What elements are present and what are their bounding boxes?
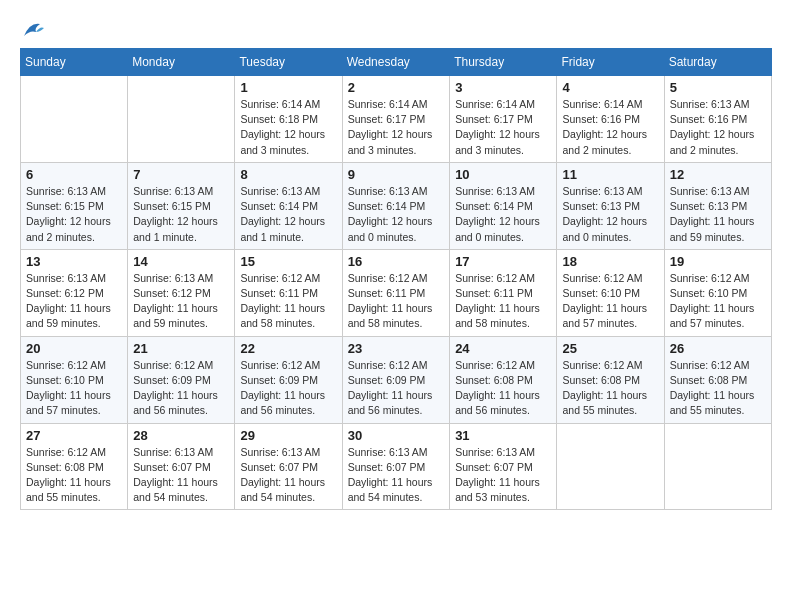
calendar-cell: 11Sunrise: 6:13 AM Sunset: 6:13 PM Dayli…: [557, 162, 664, 249]
day-info: Sunrise: 6:12 AM Sunset: 6:09 PM Dayligh…: [133, 358, 229, 419]
calendar-cell: 7Sunrise: 6:13 AM Sunset: 6:15 PM Daylig…: [128, 162, 235, 249]
day-number: 13: [26, 254, 122, 269]
calendar-cell: 24Sunrise: 6:12 AM Sunset: 6:08 PM Dayli…: [450, 336, 557, 423]
day-number: 15: [240, 254, 336, 269]
calendar-week-row: 13Sunrise: 6:13 AM Sunset: 6:12 PM Dayli…: [21, 249, 772, 336]
day-number: 24: [455, 341, 551, 356]
calendar-cell: 30Sunrise: 6:13 AM Sunset: 6:07 PM Dayli…: [342, 423, 449, 510]
calendar-cell: 21Sunrise: 6:12 AM Sunset: 6:09 PM Dayli…: [128, 336, 235, 423]
day-number: 20: [26, 341, 122, 356]
calendar-week-row: 27Sunrise: 6:12 AM Sunset: 6:08 PM Dayli…: [21, 423, 772, 510]
day-info: Sunrise: 6:13 AM Sunset: 6:13 PM Dayligh…: [562, 184, 658, 245]
weekday-header-thursday: Thursday: [450, 49, 557, 76]
day-info: Sunrise: 6:12 AM Sunset: 6:10 PM Dayligh…: [26, 358, 122, 419]
day-info: Sunrise: 6:13 AM Sunset: 6:07 PM Dayligh…: [348, 445, 444, 506]
weekday-header-wednesday: Wednesday: [342, 49, 449, 76]
day-info: Sunrise: 6:13 AM Sunset: 6:15 PM Dayligh…: [26, 184, 122, 245]
day-number: 7: [133, 167, 229, 182]
calendar-cell: 8Sunrise: 6:13 AM Sunset: 6:14 PM Daylig…: [235, 162, 342, 249]
calendar-cell: [21, 76, 128, 163]
calendar-header-row: SundayMondayTuesdayWednesdayThursdayFrid…: [21, 49, 772, 76]
day-info: Sunrise: 6:13 AM Sunset: 6:07 PM Dayligh…: [133, 445, 229, 506]
day-number: 12: [670, 167, 766, 182]
day-number: 8: [240, 167, 336, 182]
calendar-week-row: 20Sunrise: 6:12 AM Sunset: 6:10 PM Dayli…: [21, 336, 772, 423]
weekday-header-sunday: Sunday: [21, 49, 128, 76]
day-number: 17: [455, 254, 551, 269]
calendar-cell: 27Sunrise: 6:12 AM Sunset: 6:08 PM Dayli…: [21, 423, 128, 510]
day-number: 21: [133, 341, 229, 356]
day-number: 5: [670, 80, 766, 95]
calendar-cell: 10Sunrise: 6:13 AM Sunset: 6:14 PM Dayli…: [450, 162, 557, 249]
day-number: 30: [348, 428, 444, 443]
page-header: [20, 20, 772, 38]
day-info: Sunrise: 6:14 AM Sunset: 6:18 PM Dayligh…: [240, 97, 336, 158]
day-number: 1: [240, 80, 336, 95]
day-info: Sunrise: 6:12 AM Sunset: 6:09 PM Dayligh…: [240, 358, 336, 419]
calendar-cell: 23Sunrise: 6:12 AM Sunset: 6:09 PM Dayli…: [342, 336, 449, 423]
calendar-cell: 29Sunrise: 6:13 AM Sunset: 6:07 PM Dayli…: [235, 423, 342, 510]
calendar-cell: [557, 423, 664, 510]
logo: [20, 20, 44, 38]
day-info: Sunrise: 6:13 AM Sunset: 6:12 PM Dayligh…: [133, 271, 229, 332]
day-info: Sunrise: 6:12 AM Sunset: 6:11 PM Dayligh…: [348, 271, 444, 332]
calendar-cell: [128, 76, 235, 163]
day-number: 4: [562, 80, 658, 95]
day-number: 9: [348, 167, 444, 182]
day-info: Sunrise: 6:13 AM Sunset: 6:14 PM Dayligh…: [348, 184, 444, 245]
calendar-cell: 13Sunrise: 6:13 AM Sunset: 6:12 PM Dayli…: [21, 249, 128, 336]
day-info: Sunrise: 6:12 AM Sunset: 6:08 PM Dayligh…: [26, 445, 122, 506]
weekday-header-saturday: Saturday: [664, 49, 771, 76]
calendar-cell: [664, 423, 771, 510]
day-info: Sunrise: 6:13 AM Sunset: 6:12 PM Dayligh…: [26, 271, 122, 332]
day-number: 22: [240, 341, 336, 356]
day-number: 16: [348, 254, 444, 269]
day-number: 14: [133, 254, 229, 269]
calendar-cell: 2Sunrise: 6:14 AM Sunset: 6:17 PM Daylig…: [342, 76, 449, 163]
day-number: 29: [240, 428, 336, 443]
calendar-cell: 6Sunrise: 6:13 AM Sunset: 6:15 PM Daylig…: [21, 162, 128, 249]
day-number: 27: [26, 428, 122, 443]
day-info: Sunrise: 6:14 AM Sunset: 6:17 PM Dayligh…: [455, 97, 551, 158]
calendar-cell: 16Sunrise: 6:12 AM Sunset: 6:11 PM Dayli…: [342, 249, 449, 336]
calendar-cell: 15Sunrise: 6:12 AM Sunset: 6:11 PM Dayli…: [235, 249, 342, 336]
calendar-cell: 4Sunrise: 6:14 AM Sunset: 6:16 PM Daylig…: [557, 76, 664, 163]
calendar-cell: 19Sunrise: 6:12 AM Sunset: 6:10 PM Dayli…: [664, 249, 771, 336]
day-info: Sunrise: 6:12 AM Sunset: 6:08 PM Dayligh…: [670, 358, 766, 419]
day-number: 3: [455, 80, 551, 95]
calendar-week-row: 6Sunrise: 6:13 AM Sunset: 6:15 PM Daylig…: [21, 162, 772, 249]
day-number: 19: [670, 254, 766, 269]
day-number: 18: [562, 254, 658, 269]
day-info: Sunrise: 6:13 AM Sunset: 6:15 PM Dayligh…: [133, 184, 229, 245]
calendar-cell: 25Sunrise: 6:12 AM Sunset: 6:08 PM Dayli…: [557, 336, 664, 423]
day-info: Sunrise: 6:13 AM Sunset: 6:14 PM Dayligh…: [240, 184, 336, 245]
calendar-cell: 18Sunrise: 6:12 AM Sunset: 6:10 PM Dayli…: [557, 249, 664, 336]
day-number: 10: [455, 167, 551, 182]
day-info: Sunrise: 6:13 AM Sunset: 6:07 PM Dayligh…: [240, 445, 336, 506]
calendar-cell: 31Sunrise: 6:13 AM Sunset: 6:07 PM Dayli…: [450, 423, 557, 510]
day-info: Sunrise: 6:12 AM Sunset: 6:11 PM Dayligh…: [240, 271, 336, 332]
calendar-cell: 17Sunrise: 6:12 AM Sunset: 6:11 PM Dayli…: [450, 249, 557, 336]
day-number: 26: [670, 341, 766, 356]
calendar-cell: 28Sunrise: 6:13 AM Sunset: 6:07 PM Dayli…: [128, 423, 235, 510]
day-number: 2: [348, 80, 444, 95]
day-number: 6: [26, 167, 122, 182]
calendar-cell: 9Sunrise: 6:13 AM Sunset: 6:14 PM Daylig…: [342, 162, 449, 249]
day-info: Sunrise: 6:12 AM Sunset: 6:08 PM Dayligh…: [455, 358, 551, 419]
calendar-cell: 26Sunrise: 6:12 AM Sunset: 6:08 PM Dayli…: [664, 336, 771, 423]
day-info: Sunrise: 6:13 AM Sunset: 6:13 PM Dayligh…: [670, 184, 766, 245]
calendar-cell: 3Sunrise: 6:14 AM Sunset: 6:17 PM Daylig…: [450, 76, 557, 163]
day-info: Sunrise: 6:13 AM Sunset: 6:14 PM Dayligh…: [455, 184, 551, 245]
calendar-cell: 22Sunrise: 6:12 AM Sunset: 6:09 PM Dayli…: [235, 336, 342, 423]
day-info: Sunrise: 6:14 AM Sunset: 6:16 PM Dayligh…: [562, 97, 658, 158]
day-info: Sunrise: 6:14 AM Sunset: 6:17 PM Dayligh…: [348, 97, 444, 158]
calendar-table: SundayMondayTuesdayWednesdayThursdayFrid…: [20, 48, 772, 510]
calendar-cell: 1Sunrise: 6:14 AM Sunset: 6:18 PM Daylig…: [235, 76, 342, 163]
day-number: 11: [562, 167, 658, 182]
calendar-cell: 14Sunrise: 6:13 AM Sunset: 6:12 PM Dayli…: [128, 249, 235, 336]
calendar-cell: 5Sunrise: 6:13 AM Sunset: 6:16 PM Daylig…: [664, 76, 771, 163]
weekday-header-monday: Monday: [128, 49, 235, 76]
weekday-header-tuesday: Tuesday: [235, 49, 342, 76]
day-number: 31: [455, 428, 551, 443]
day-info: Sunrise: 6:12 AM Sunset: 6:08 PM Dayligh…: [562, 358, 658, 419]
